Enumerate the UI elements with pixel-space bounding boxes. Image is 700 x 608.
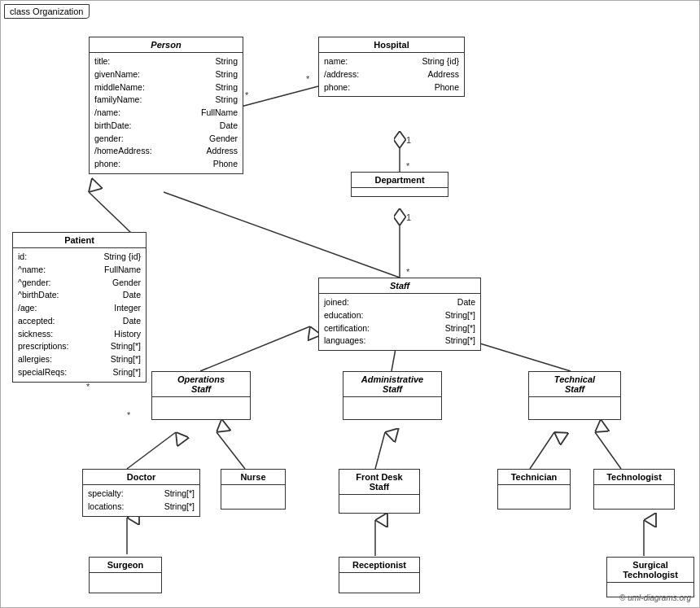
class-patient: Patient id:String {id} ^name:FullName ^g… — [12, 232, 147, 383]
diagram-title: class Organization — [4, 4, 90, 19]
class-technical-staff: Technical Staff — [528, 371, 621, 420]
class-front-desk-name: Front Desk Staff — [339, 470, 419, 495]
class-technologist: Technologist — [593, 469, 675, 510]
class-technical-staff-body — [529, 397, 620, 404]
class-technologist-body — [594, 485, 674, 496]
class-surgical-technologist-body — [607, 583, 693, 589]
class-operations-staff: Operations Staff — [151, 371, 251, 420]
class-department-name: Department — [352, 173, 448, 188]
class-doctor-body: specialty:String[*] locations:String[*] — [83, 485, 199, 516]
class-surgeon-body — [90, 573, 161, 581]
class-patient-name: Patient — [13, 233, 146, 248]
class-technologist-name: Technologist — [594, 470, 674, 485]
class-technician-body — [498, 485, 570, 496]
svg-line-4 — [241, 86, 318, 107]
class-person-name: Person — [90, 37, 243, 53]
class-operations-staff-body — [152, 397, 250, 404]
class-nurse: Nurse — [221, 469, 286, 510]
class-staff: Staff joined:Date education:String[*] ce… — [318, 278, 481, 351]
class-staff-body: joined:Date education:String[*] certific… — [319, 294, 480, 350]
class-surgeon: Surgeon — [89, 557, 162, 593]
class-person-body: title:String givenName:String middleName… — [90, 53, 243, 173]
class-receptionist-body — [339, 573, 419, 581]
class-hospital: Hospital name:String {id} /address:Addre… — [318, 37, 465, 97]
class-doctor: Doctor specialty:String[*] locations:Str… — [82, 469, 200, 517]
class-doctor-name: Doctor — [83, 470, 199, 485]
svg-text:*: * — [245, 90, 249, 100]
class-department-body — [352, 188, 448, 196]
class-receptionist-name: Receptionist — [339, 558, 419, 573]
diagram-container: class Organization * * — [0, 0, 700, 608]
class-admin-staff: Administrative Staff — [343, 371, 442, 420]
class-department: Department — [351, 172, 448, 197]
class-operations-staff-name: Operations Staff — [152, 372, 250, 397]
copyright: © uml-diagrams.org — [619, 593, 691, 602]
class-surgical-technologist: Surgical Technologist — [606, 557, 694, 597]
class-hospital-body: name:String {id} /address:Address phone:… — [319, 53, 464, 96]
class-surgeon-name: Surgeon — [90, 558, 161, 573]
class-technician: Technician — [497, 469, 571, 510]
class-patient-body: id:String {id} ^name:FullName ^gender:Ge… — [13, 248, 146, 382]
class-hospital-name: Hospital — [319, 37, 464, 53]
class-surgical-technologist-name: Surgical Technologist — [607, 558, 693, 583]
class-technical-staff-name: Technical Staff — [529, 372, 620, 397]
svg-text:*: * — [127, 410, 131, 420]
class-nurse-body — [221, 485, 285, 496]
svg-text:*: * — [406, 267, 410, 277]
class-admin-staff-name: Administrative Staff — [343, 372, 441, 397]
class-front-desk: Front Desk Staff — [339, 469, 420, 514]
class-nurse-name: Nurse — [221, 470, 285, 485]
svg-text:1: 1 — [406, 135, 411, 145]
class-receptionist: Receptionist — [339, 557, 420, 593]
svg-text:1: 1 — [406, 212, 411, 222]
svg-text:*: * — [406, 161, 410, 171]
class-technician-name: Technician — [498, 470, 570, 485]
class-staff-name: Staff — [319, 278, 480, 294]
class-admin-staff-body — [343, 397, 441, 404]
class-person: Person title:String givenName:String mid… — [89, 37, 243, 174]
svg-text:*: * — [86, 382, 90, 391]
class-front-desk-body — [339, 495, 419, 501]
svg-text:*: * — [306, 74, 310, 84]
